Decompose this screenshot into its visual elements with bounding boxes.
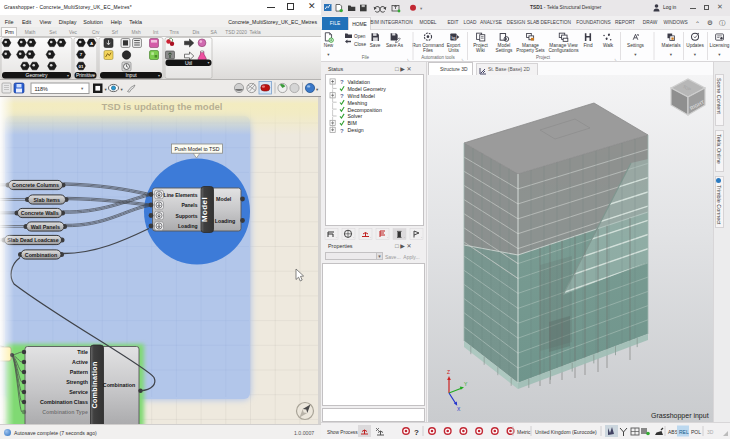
svg-text:▾: ▾ [158,73,160,78]
svg-text:Automation tools: Automation tools [421,55,455,60]
svg-text:⌞: ⌞ [615,55,618,61]
svg-text:Validation: Validation [348,79,371,85]
svg-text:?: ? [340,79,344,85]
svg-text:Loading: Loading [215,218,236,224]
svg-text:Project: Project [536,55,551,60]
svg-text:.: . [353,234,354,239]
svg-text:▾: ▾ [327,52,330,57]
svg-text:▾: ▾ [105,87,108,92]
svg-text:Close: Close [354,42,366,47]
svg-text:?: ? [414,428,419,437]
svg-text:Wind Model: Wind Model [348,93,375,99]
svg-text:Decomposition: Decomposition [348,107,382,113]
svg-text:▾: ▾ [670,52,673,57]
svg-text:Wall Panels: Wall Panels [31,224,60,230]
svg-text:Wiki: Wiki [476,48,485,53]
svg-text:▾: ▾ [634,52,637,57]
svg-text:Show Process: Show Process [327,430,358,435]
svg-text:▾: ▾ [694,52,697,57]
svg-text:01: 01 [79,64,84,69]
svg-text:118%: 118% [35,86,49,92]
svg-text:.: . [336,234,337,239]
svg-text:Model: Model [200,197,209,222]
svg-text:Input: Input [125,72,137,78]
svg-text:▾: ▾ [67,73,69,78]
svg-text:▾: ▾ [208,60,210,65]
svg-text:⌞: ⌞ [407,55,410,61]
svg-text:?: ? [340,128,344,134]
svg-text:Active: Active [72,359,88,365]
svg-text:▾: ▾ [718,52,721,57]
svg-text:Units: Units [448,48,459,53]
svg-text:Slab Items: Slab Items [34,197,61,203]
svg-text:Title: Title [77,349,88,355]
svg-text:Model Geometry: Model Geometry [348,86,387,92]
svg-text:.: . [421,234,422,239]
svg-text:Metric: Metric [517,429,531,435]
svg-text:3D: 3D [707,429,714,435]
svg-text:Model: Model [498,43,511,48]
svg-text:Combination: Combination [103,382,135,388]
svg-text:Grasshopper input: Grasshopper input [651,412,709,420]
svg-text:Z: Z [447,369,450,375]
svg-text:Panels: Panels [181,202,197,208]
svg-text:Solver: Solver [348,113,363,119]
svg-text:Strength: Strength [66,379,88,385]
svg-text:Combination: Combination [90,361,99,408]
svg-text:Concrete Columns: Concrete Columns [12,182,59,188]
svg-text:Loading: Loading [178,223,197,229]
svg-text:Combination Class: Combination Class [40,399,88,405]
svg-text:File: File [362,55,370,60]
svg-text:Util: Util [185,60,192,66]
svg-text:Combination Type: Combination Type [42,409,88,415]
svg-text:United Kingdom (Eurocode): United Kingdom (Eurocode) [535,429,597,435]
svg-text:Configurations: Configurations [548,48,579,53]
svg-text:Manage: Manage [522,43,539,48]
svg-text:kg: kg [451,35,455,40]
svg-text:.: . [387,234,388,239]
svg-text:BIM: BIM [348,120,357,126]
svg-text:Settings: Settings [496,48,514,53]
svg-text:POL: POL [691,429,701,435]
svg-text:Walk: Walk [603,43,614,48]
svg-text:Licensing: Licensing [710,43,730,48]
svg-text:Line Elements: Line Elements [164,192,198,198]
svg-text:.: . [370,234,371,239]
svg-text:Materials: Materials [661,43,681,48]
svg-text:?: ? [340,93,344,99]
svg-text:Supports: Supports [176,213,198,219]
svg-text:Service: Service [69,389,88,395]
svg-text:Run Command: Run Command [412,43,444,48]
svg-text:New: New [324,43,334,48]
svg-text:Property Sets: Property Sets [516,48,545,53]
svg-text:Meshing: Meshing [348,100,368,106]
svg-text:▾: ▾ [121,87,124,92]
svg-text:Open: Open [354,34,366,39]
svg-text:Combination: Combination [25,252,57,258]
svg-text:Save As: Save As [386,43,404,48]
svg-text:▾: ▾ [316,87,319,92]
svg-text:Project: Project [473,43,488,48]
svg-text:Geometry: Geometry [26,72,48,78]
svg-text:Manage View: Manage View [549,43,578,48]
svg-text:Files: Files [423,48,434,53]
svg-text:TSD is updating the model: TSD is updating the model [102,101,223,112]
svg-text:.: . [404,234,405,239]
svg-text:Model: Model [216,196,232,202]
svg-text:Find: Find [583,43,593,48]
svg-text:Export: Export [447,43,461,48]
svg-text:REL: REL [679,429,689,435]
svg-text:Slab Dead Loadcase: Slab Dead Loadcase [7,237,59,243]
svg-text:Updates: Updates [686,43,704,48]
svg-text:Pattern: Pattern [70,369,88,375]
svg-text:Settings: Settings [627,43,645,48]
svg-text:Concrete Walls: Concrete Walls [21,210,59,216]
svg-text:▾: ▾ [420,6,423,11]
svg-text:Design: Design [348,127,364,133]
svg-text:⌞: ⌞ [462,55,465,61]
svg-text:▾: ▾ [93,73,95,78]
svg-text:Push Model to TSD: Push Model to TSD [175,146,220,152]
svg-text:Save: Save [370,43,381,48]
